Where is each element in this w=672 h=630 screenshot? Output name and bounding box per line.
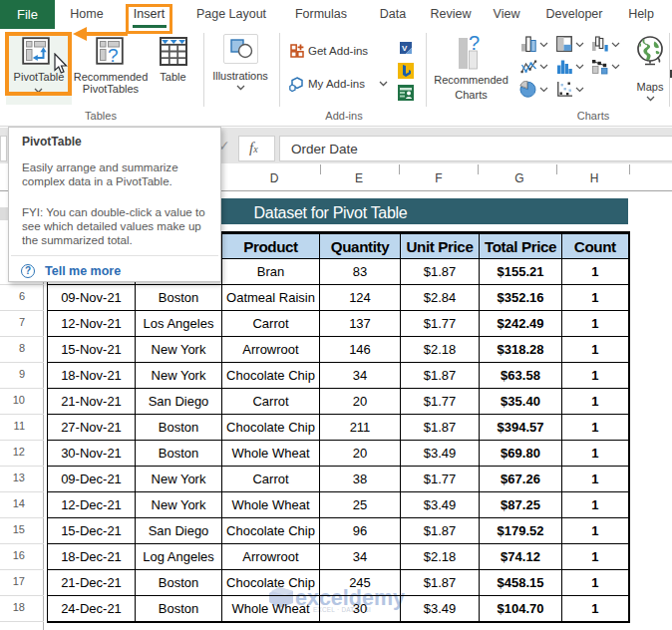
svg-text:?: ? [108,45,119,65]
svg-text:V: V [402,44,408,53]
svg-text:?: ? [469,35,480,54]
